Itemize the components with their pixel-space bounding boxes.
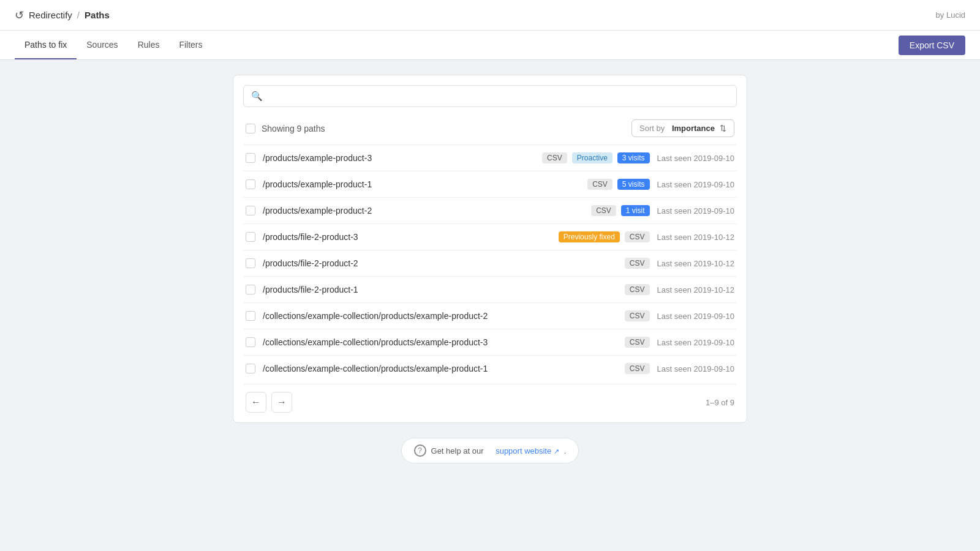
page-title: Paths [85, 10, 110, 20]
main-content: 🔍 Showing 9 paths Sort by Importance ⇅ /… [0, 60, 980, 478]
last-seen: Last seen 2019-09-10 [657, 154, 734, 163]
footer-period: . [564, 446, 567, 455]
paths-list: /products/example-product-3CSVProactive3… [243, 144, 737, 381]
nav-tabs: Paths to fix Sources Rules Filters [15, 31, 213, 59]
path-name: /collections/example-collection/products… [263, 311, 617, 321]
row-checkbox[interactable] [246, 337, 255, 347]
row-checkbox[interactable] [246, 179, 255, 189]
page-range: 1–9 of 9 [706, 398, 734, 407]
search-icon: 🔍 [251, 91, 263, 102]
nav-bar: Paths to fix Sources Rules Filters Expor… [0, 31, 980, 60]
visits-badge: 1 visit [621, 205, 650, 216]
path-name: /products/example-product-1 [263, 179, 580, 189]
tab-rules[interactable]: Rules [128, 31, 170, 59]
badge: CSV [625, 337, 650, 348]
table-row: /products/file-2-product-2CSVLast seen 2… [243, 250, 737, 276]
last-seen: Last seen 2019-09-10 [657, 206, 734, 216]
last-seen: Last seen 2019-10-12 [657, 285, 734, 294]
badge-group: CSV [625, 258, 650, 269]
last-seen: Last seen 2019-09-10 [657, 312, 734, 321]
badge-group: CSV [625, 310, 650, 321]
badge-group: CSV [625, 337, 650, 348]
prev-page-button[interactable]: ← [246, 392, 266, 413]
badge: Proactive [572, 152, 612, 163]
badge: CSV [625, 284, 650, 295]
export-csv-button[interactable]: Export CSV [899, 36, 965, 55]
badge: CSV [591, 205, 616, 216]
table-row: /products/example-product-2CSV1 visitLas… [243, 197, 737, 223]
path-name: /products/file-2-product-3 [263, 232, 551, 242]
table-header: Showing 9 paths Sort by Importance ⇅ [243, 114, 737, 142]
row-checkbox[interactable] [246, 206, 255, 216]
badge-group: Previously fixedCSV [559, 231, 650, 242]
sort-prefix: Sort by [639, 124, 665, 133]
badge-group: CSV1 visit [591, 205, 649, 216]
last-seen: Last seen 2019-10-12 [657, 259, 734, 268]
page-buttons: ← → [246, 392, 292, 413]
badge-group: CSV5 visits [587, 179, 649, 190]
select-all-checkbox[interactable] [246, 124, 255, 133]
table-row: /collections/example-collection/products… [243, 329, 737, 355]
sort-dropdown[interactable]: Sort by Importance ⇅ [631, 119, 734, 137]
sort-chevron-icon: ⇅ [720, 124, 726, 133]
paths-card: 🔍 Showing 9 paths Sort by Importance ⇅ /… [233, 75, 747, 423]
last-seen: Last seen 2019-09-10 [657, 180, 734, 189]
badge: Previously fixed [559, 231, 620, 242]
logo-icon: ↺ [15, 9, 24, 22]
path-name: /products/file-2-product-2 [263, 258, 617, 268]
by-lucid-label: by Lucid [936, 10, 965, 20]
last-seen: Last seen 2019-09-10 [657, 364, 734, 373]
badge-group: CSVProactive3 visits [542, 152, 649, 163]
brand-name: Redirectify [29, 10, 72, 20]
path-name: /products/example-product-2 [263, 206, 584, 216]
table-row: /collections/example-collection/products… [243, 355, 737, 381]
search-input[interactable] [268, 91, 729, 101]
badge: CSV [625, 258, 650, 269]
top-bar: ↺ Redirectify / Paths by Lucid [0, 0, 980, 31]
path-name: /products/file-2-product-1 [263, 285, 617, 294]
path-name: /collections/example-collection/products… [263, 364, 617, 373]
sort-value: Importance [672, 124, 715, 133]
badge-group: CSV [625, 363, 650, 374]
table-row: /collections/example-collection/products… [243, 302, 737, 329]
support-website-link[interactable]: support website ↗ [496, 446, 559, 455]
last-seen: Last seen 2019-09-10 [657, 338, 734, 347]
row-checkbox[interactable] [246, 311, 255, 321]
help-text: Get help at our [431, 446, 484, 455]
help-icon: ? [414, 444, 426, 457]
badge: CSV [587, 179, 612, 190]
last-seen: Last seen 2019-10-12 [657, 233, 734, 242]
tab-paths-to-fix[interactable]: Paths to fix [15, 31, 77, 59]
badge-group: CSV [625, 284, 650, 295]
breadcrumb: ↺ Redirectify / Paths [15, 9, 110, 22]
footer-help: ? Get help at our support website ↗ . [401, 438, 579, 463]
badge: CSV [625, 363, 650, 374]
breadcrumb-sep: / [77, 10, 80, 20]
badge: CSV [625, 231, 650, 242]
visits-badge: 5 visits [617, 179, 650, 190]
row-checkbox[interactable] [246, 364, 255, 373]
visits-badge: 3 visits [617, 152, 650, 163]
pagination: ← → 1–9 of 9 [243, 384, 737, 413]
external-link-icon: ↗ [554, 448, 559, 455]
table-row: /products/file-2-product-1CSVLast seen 2… [243, 276, 737, 302]
path-name: /products/example-product-3 [263, 153, 535, 163]
path-name: /collections/example-collection/products… [263, 337, 617, 347]
showing-count: Showing 9 paths [262, 124, 325, 133]
support-label: support website [496, 446, 551, 455]
badge: CSV [542, 152, 567, 163]
table-row: /products/example-product-1CSV5 visitsLa… [243, 171, 737, 197]
next-page-button[interactable]: → [271, 392, 292, 413]
row-checkbox[interactable] [246, 232, 255, 242]
table-row: /products/file-2-product-3Previously fix… [243, 223, 737, 250]
tab-sources[interactable]: Sources [77, 31, 127, 59]
search-bar: 🔍 [243, 85, 737, 107]
tab-filters[interactable]: Filters [169, 31, 212, 59]
table-row: /products/example-product-3CSVProactive3… [243, 144, 737, 171]
row-checkbox[interactable] [246, 258, 255, 268]
row-checkbox[interactable] [246, 153, 255, 163]
badge: CSV [625, 310, 650, 321]
row-checkbox[interactable] [246, 285, 255, 294]
